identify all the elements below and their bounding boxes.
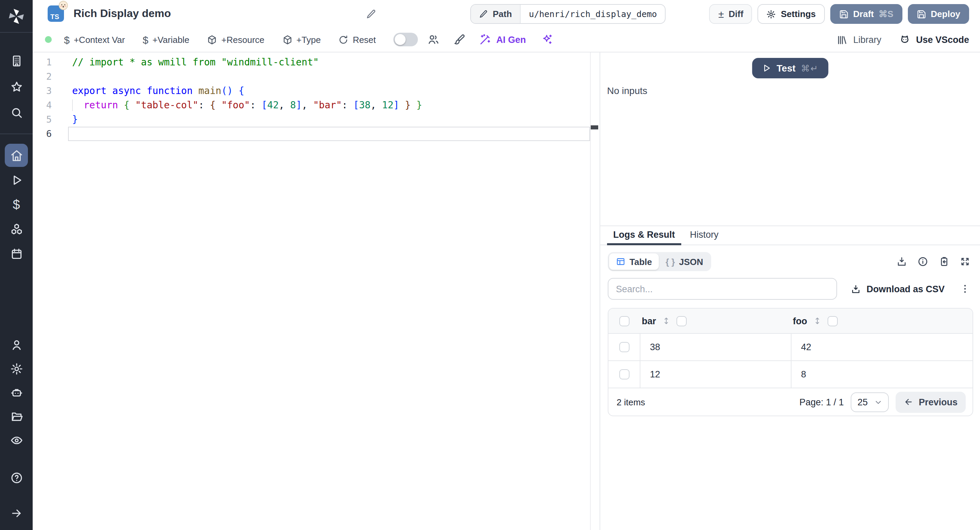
diff-button[interactable]: ± Diff (710, 4, 752, 24)
sidebar-collapse-button[interactable] (5, 501, 28, 525)
code-line[interactable]: // import * as wmill from "windmill-clie… (68, 55, 590, 69)
play-icon (762, 63, 771, 73)
refresh-icon (339, 34, 349, 45)
inputs-section: Test ⌘↵ No inputs (600, 53, 980, 226)
download-csv-button[interactable]: Download as CSV (851, 284, 945, 294)
test-button[interactable]: Test ⌘↵ (752, 58, 828, 78)
sort-icon[interactable] (813, 316, 821, 326)
line-number: 4 (33, 98, 52, 112)
library-icon (836, 34, 848, 45)
table-row[interactable]: 128 (608, 361, 972, 388)
header-bar: TS Rich Display demo Path u/henri/rich_d… (33, 0, 980, 27)
line-number: 2 (33, 69, 52, 84)
save-icon (839, 9, 848, 19)
draft-button[interactable]: Draft ⌘S (830, 4, 902, 24)
edit-title-button[interactable] (366, 9, 376, 22)
ai-suggest-button[interactable] (541, 34, 553, 46)
sidebar-item-resources[interactable] (5, 217, 28, 241)
info-icon[interactable] (917, 256, 928, 267)
code-line[interactable]: } (68, 112, 590, 127)
editor-lines[interactable]: // import * as wmill from "windmill-clie… (68, 55, 590, 141)
diff-mode-toggle[interactable] (394, 33, 418, 46)
table-cell: 8 (791, 361, 972, 388)
gear-icon (10, 362, 23, 375)
table-footer: 2 items Page: 1 / 1 25 Previous (608, 388, 972, 415)
sidebar-item-variables[interactable]: $ (5, 193, 28, 216)
tab-history[interactable]: History (684, 230, 725, 244)
sidebar-item-schedules[interactable] (5, 242, 28, 265)
cubes-icon (10, 222, 23, 235)
table-icon (616, 257, 625, 267)
deploy-button[interactable]: Deploy (907, 4, 969, 24)
sort-icon[interactable] (662, 316, 670, 326)
save-icon (916, 9, 926, 19)
sidebar-item-help[interactable] (5, 466, 28, 489)
row-checkbox[interactable] (619, 369, 629, 380)
sidebar-item-runs[interactable] (5, 168, 28, 192)
multiplayer-button[interactable] (428, 34, 440, 46)
dollar-icon: $ (64, 34, 70, 45)
sidebar-item-workspace[interactable] (5, 49, 28, 72)
windmill-script-editor: $ (0, 0, 980, 530)
row-checkbox[interactable] (619, 342, 629, 352)
add-resource-button[interactable]: +Resource (207, 34, 264, 45)
copy-result-icon[interactable] (939, 256, 950, 267)
sidebar-item-favorites[interactable] (5, 75, 28, 98)
test-shortcut: ⌘↵ (801, 63, 819, 73)
page-size-select[interactable]: 25 (851, 392, 889, 412)
sidebar-item-workers[interactable] (5, 381, 28, 404)
sidebar-item-settings[interactable] (5, 357, 28, 380)
code-line[interactable]: export async function main() { (68, 84, 590, 98)
previous-page-label: Previous (919, 397, 958, 407)
view-table-button[interactable]: Table (609, 254, 659, 270)
code-line[interactable]: return { "table-col": { "foo": [42, 8], … (68, 98, 590, 112)
code-line[interactable] (68, 69, 590, 84)
use-vscode-button[interactable]: Use VScode (899, 34, 969, 45)
use-vscode-label: Use VScode (916, 34, 969, 45)
add-context-var-button[interactable]: $ +Context Var (64, 34, 125, 45)
library-button[interactable]: Library (836, 34, 881, 45)
path-button[interactable]: Path u/henri/rich_display_demo (470, 4, 666, 24)
editor-scrollbar-marker[interactable] (591, 125, 598, 129)
line-number: 1 (33, 55, 52, 69)
add-type-button[interactable]: +Type (282, 34, 321, 45)
sidebar-item-audit-logs[interactable] (5, 428, 28, 452)
column-foo-filter-checkbox[interactable] (827, 316, 838, 326)
reset-button[interactable]: Reset (339, 34, 376, 45)
add-variable-button[interactable]: $ +Variable (143, 34, 189, 45)
result-view-toggle: Table { } JSON (608, 252, 711, 271)
left-sidebar: $ (0, 0, 33, 530)
view-json-label: JSON (679, 257, 703, 267)
settings-button[interactable]: Settings (758, 4, 825, 24)
previous-page-button[interactable]: Previous (896, 391, 966, 412)
play-icon (10, 173, 23, 186)
sidebar-item-folders[interactable] (5, 405, 28, 428)
sidebar-item-search[interactable] (5, 101, 28, 124)
editor-toolbar: $ +Context Var $ +Variable +Resource +Ty… (33, 27, 980, 53)
sidebar-item-users[interactable] (5, 333, 28, 356)
table-cell: 12 (640, 361, 791, 388)
table-menu-button[interactable] (959, 283, 970, 294)
sidebar-item-home[interactable] (5, 144, 28, 167)
toggle-knob (395, 34, 406, 45)
table-search-input[interactable] (608, 278, 837, 300)
select-all-checkbox[interactable] (619, 316, 630, 326)
table-row[interactable]: 3842 (608, 334, 972, 361)
code-editor[interactable]: 123456 // import * as wmill from "windmi… (33, 53, 600, 530)
ai-gen-button[interactable]: AI Gen (479, 34, 526, 46)
status-dot (45, 36, 52, 43)
windmill-logo[interactable] (0, 0, 33, 33)
column-bar-filter-checkbox[interactable] (676, 316, 687, 326)
windmill-logo-icon (8, 8, 24, 24)
view-json-button[interactable]: { } JSON (659, 254, 710, 270)
expand-icon[interactable] (959, 256, 970, 267)
download-icon[interactable] (896, 256, 907, 267)
format-button[interactable] (453, 34, 466, 46)
download-csv-label: Download as CSV (866, 284, 945, 294)
user-icon (10, 338, 23, 351)
tab-logs-result[interactable]: Logs & Result (607, 230, 681, 244)
column-header-bar[interactable]: bar (642, 316, 656, 326)
column-header-foo[interactable]: foo (793, 316, 807, 326)
code-line[interactable] (68, 127, 590, 141)
settings-button-label: Settings (781, 9, 816, 19)
